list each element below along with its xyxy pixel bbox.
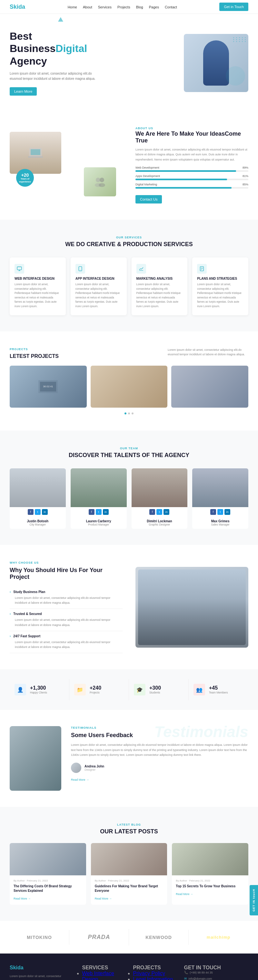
accordion-title-1: Study Business Plan <box>13 590 45 594</box>
triangle-decor <box>58 17 63 22</box>
team-name-2: Lauren Carberry <box>73 519 124 523</box>
twitter-icon[interactable]: t <box>217 509 223 515</box>
twitter-icon[interactable]: t <box>96 509 101 515</box>
service-app-desc: Lorem ipsum dolor sit amet, consectetur … <box>76 282 122 309</box>
footer-project-2[interactable]: Legal Information <box>133 977 173 980</box>
testimonials-user-role: Designer <box>84 768 104 772</box>
accordion-title-3: 24/7 Fast Support <box>13 635 40 638</box>
stat-label-projects: Projects <box>90 691 101 694</box>
stat-num-projects: +240 <box>90 685 101 691</box>
testimonials-read-more[interactable]: Read More → <box>71 776 249 782</box>
team-social-3: f t in <box>131 507 188 517</box>
team-photo-3 <box>131 468 188 507</box>
brand-kenwood: KENWOOD <box>129 930 189 945</box>
nav-home[interactable]: Home <box>68 5 77 9</box>
footer-service-1[interactable]: Web Interface Design <box>82 970 114 980</box>
facebook-icon[interactable]: f <box>149 509 155 515</box>
about-cta-button[interactable]: Contact Us <box>135 195 162 204</box>
accordion-header-3[interactable]: › 24/7 Fast Support <box>9 635 123 638</box>
nav-services[interactable]: Services <box>98 5 112 9</box>
twitter-icon[interactable]: t <box>35 509 41 515</box>
linkedin-icon[interactable]: in <box>163 509 169 515</box>
nav-blog[interactable]: Blog <box>136 5 143 9</box>
blog-section: LATEST BLOG OUR LATEST POSTS By Author ·… <box>0 807 258 921</box>
facebook-icon[interactable]: f <box>210 509 216 515</box>
team-photo-4 <box>192 468 249 507</box>
accordion-header-1[interactable]: › Study Business Plan <box>9 590 123 594</box>
footer-contact-col: GET IN TOUCH 📞 (+99) 98 89 44 35 ✉ info@… <box>184 965 249 980</box>
blog-author-2: By Author <box>95 879 106 882</box>
nav-about[interactable]: About <box>83 5 92 9</box>
nav-pages[interactable]: Pages <box>149 5 159 9</box>
linkedin-icon[interactable]: in <box>103 509 109 515</box>
accordion-header-2[interactable]: › Trusted & Secured <box>9 612 123 616</box>
blog-link-3[interactable]: Read More → <box>176 892 193 896</box>
about-experience-badge: +20 Years of experience <box>16 169 34 187</box>
blog-image-2 <box>91 843 168 875</box>
get-in-touch-badge[interactable]: GET IN toucH <box>250 885 258 915</box>
blog-post-1: By Author · February 21, 2022 The Differ… <box>9 843 86 905</box>
about-heading: We Are Here To Make Your IdeasCome True <box>135 130 249 144</box>
skill-marketing: Digital Marketing 85% <box>135 183 249 189</box>
hero-line3: Agency <box>9 55 47 67</box>
stat-icon-projects: 📁 <box>74 684 86 695</box>
testimonials-watermark: Testimonials <box>154 723 249 741</box>
skill-web-percent: 89% <box>242 166 249 169</box>
brand-prada: PRADA <box>69 929 129 945</box>
facebook-icon[interactable]: f <box>28 509 33 515</box>
services-grid: WEB INTERFACE DESIGN Lorem ipsum dolor s… <box>9 258 249 315</box>
about-section: +20 Years of experience ABOUT US We Are … <box>0 108 258 220</box>
dot-2[interactable] <box>128 412 130 414</box>
project-card-2[interactable] <box>90 366 168 407</box>
footer-projects-heading: PROJECTS <box>133 965 176 970</box>
accordion-body-1: Lorem ipsum dolor sit amet, consectetur … <box>9 596 123 606</box>
blog-title-3: Top 15 Secrets To Grow Your Business <box>176 884 244 889</box>
team-info-3: Dimitri Lockman Graphic Designer <box>131 517 188 529</box>
nav-links: Home About Services Projects Blog Pages … <box>68 4 177 10</box>
hero-cta-button[interactable]: Learn More <box>9 87 37 95</box>
service-card-web: WEB INTERFACE DESIGN Lorem ipsum dolor s… <box>9 258 66 315</box>
nav-contact[interactable]: Contact <box>165 5 177 9</box>
monitor-icon <box>17 266 22 271</box>
team-info-1: Justin Botosh City Manager <box>9 517 66 529</box>
blog-body-3: By Author · February 21, 2022 Top 15 Sec… <box>172 875 249 900</box>
dot-1[interactable] <box>125 412 127 414</box>
svg-point-4 <box>100 178 104 182</box>
projects-heading: LETEST PROJECTS <box>9 353 59 359</box>
hero-line2-colored: Digital <box>55 43 87 54</box>
hero-text: Best BusinessDigital Agency Lorem ipsum … <box>9 30 129 95</box>
team-member-3: f t in Dimitri Lockman Graphic Designer <box>131 468 188 529</box>
testimonials-read-more-link[interactable]: Read More → <box>71 778 89 781</box>
accordion-item-2: › Trusted & Secured Lorem ipsum dolor si… <box>9 609 123 631</box>
twitter-icon[interactable]: t <box>157 509 162 515</box>
svg-rect-2 <box>28 156 43 158</box>
linkedin-icon[interactable]: in <box>225 509 230 515</box>
blog-link-1[interactable]: Read More → <box>14 897 31 900</box>
linkedin-icon[interactable]: in <box>42 509 48 515</box>
project-card-1[interactable]: 36:02:41 <box>9 366 87 407</box>
team-member-4: f t in Max Grimes Sales Manager <box>192 468 249 529</box>
footer-services-col: SERVICES Web Interface Design App Interf… <box>82 965 125 980</box>
nav-projects[interactable]: Projects <box>117 5 130 9</box>
svg-point-6 <box>99 183 105 187</box>
stats-grid: 👤 +1,300 Happy Clients 📁 +240 Projects 🎓… <box>9 679 249 700</box>
team-photo-2 <box>71 468 127 507</box>
skill-marketing-percent: 85% <box>242 183 249 186</box>
team-photo-1 <box>9 468 66 507</box>
dot-3[interactable] <box>131 412 133 414</box>
skill-apps-percent: 81% <box>242 174 249 178</box>
skill-apps: Apps Development 81% <box>135 174 249 180</box>
facebook-icon[interactable]: f <box>89 509 95 515</box>
blog-link-2[interactable]: Read More → <box>95 897 112 900</box>
services-section-label: OUR SERVICES <box>9 236 249 239</box>
logo[interactable]: Skida <box>9 3 25 10</box>
team-social-2: f t in <box>71 507 127 517</box>
project-card-3[interactable] <box>171 366 249 407</box>
footer-project-1[interactable]: Privacy Policy <box>133 970 165 976</box>
about-badge-number: +20 <box>21 172 29 178</box>
team-member-1: f t in Justin Botosh City Manager <box>9 468 66 529</box>
blog-body-1: By Author · February 21, 2022 The Differ… <box>9 875 86 905</box>
navbar-cta-button[interactable]: Get in Touch <box>219 3 249 11</box>
skill-web-label: Web Development <box>135 166 159 169</box>
service-icon-monitor <box>14 264 24 274</box>
